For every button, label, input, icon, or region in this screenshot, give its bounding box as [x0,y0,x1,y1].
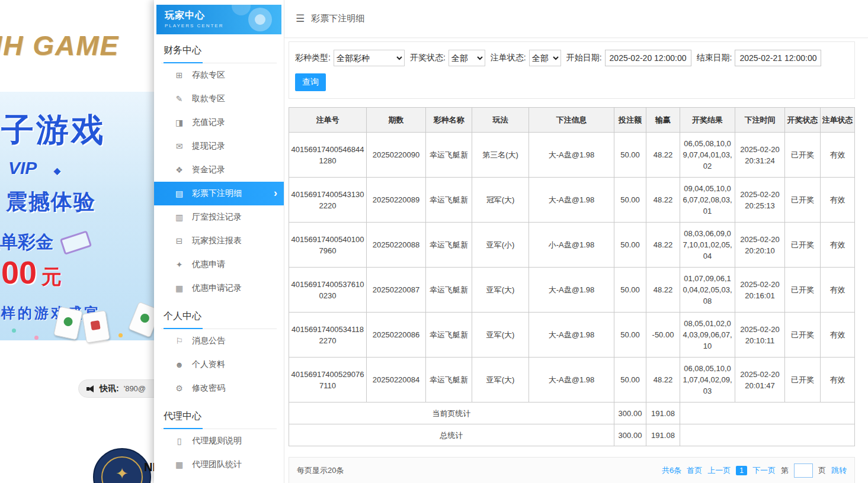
promo-text-line4: 注单彩金 [0,230,90,255]
table-header-row: 注单号期数彩种名称玩法下注信息投注额输赢开奖结果下注时间开奖状态注单状态 [289,108,855,133]
table-row: 40156917400537610023020250220087幸运飞艇新亚军(… [289,268,855,313]
page-summary-row: 当前页统计 300.00 191.08 [289,402,855,424]
gamepad-icon [248,8,272,31]
lottery-type-select[interactable]: 全部彩种 [334,50,405,66]
end-date-input[interactable] [735,50,821,66]
cell-draw-result: 01,07,09,06,10,04,02,05,03,08 [680,268,735,313]
agent-rules-icon: ▯ [174,436,184,446]
page-summary-bet-total: 300.00 [614,402,646,424]
cell-lottery-name: 幸运飞艇新 [426,268,472,313]
withdrawal-records-icon: ✉ [174,141,184,151]
hamburger-menu-icon[interactable]: ☰ [296,12,305,25]
cell-draw-status: 已开奖 [785,268,821,313]
cell-draw-result: 08,05,01,02,04,03,09,06,07,10 [680,313,735,358]
cell-bet-info: 大-A盘@1.98 [529,268,614,313]
cell-bet-amount: 50.00 [614,223,646,268]
sidebar-item-label: 玩家投注报表 [192,236,242,246]
chevron-right-icon: › [274,187,277,199]
table-column-header: 投注额 [614,108,646,133]
current-page-badge[interactable]: 1 [736,466,747,475]
cell-period: 20250220084 [367,358,426,402]
sidebar-section-title: 代理中心 [161,406,277,429]
draw-status-select[interactable]: 全部 [449,50,485,66]
cell-win-loss: 48.22 [646,178,680,223]
sidebar-item-profile[interactable]: ☻个人资料 [154,353,284,376]
table-column-header: 下注时间 [735,108,785,133]
cell-bet-time: 2025-02-20 20:31:24 [735,133,785,178]
jump-page-input[interactable] [794,463,813,478]
jump-prefix-label: 第 [781,465,789,476]
cell-period: 20250220088 [367,223,426,268]
sidebar-section-title: 个人中心 [161,306,277,329]
cell-play: 亚军(大) [472,313,529,358]
promo-text-line3: 震撼体验 [6,188,96,217]
sidebar-item-funds-records[interactable]: ❖资金记录 [154,158,284,182]
sidebar-item-messages[interactable]: ⚐消息公告 [154,329,284,353]
mahjong-tile-decoration [82,310,110,343]
sidebar-item-recharge-records[interactable]: ◨充值记录 [154,111,284,134]
mahjong-tile-decoration [53,306,83,340]
sidebar-item-label: 优惠申请 [192,259,225,270]
next-page-link[interactable]: 下一页 [752,465,776,476]
sidebar-nav: 财务中心⊞存款专区✎取款专区◨充值记录✉提现记录❖资金记录▤彩票下注明细›▥厅室… [154,40,284,476]
cell-order-no: 401569174005341182270 [289,313,367,358]
sidebar-item-lottery-bet-details[interactable]: ▤彩票下注明细› [154,182,284,205]
cell-order-no: 401569174005290767110 [289,358,367,402]
sidebar-item-label: 代理团队统计 [192,459,242,470]
promo-amount: 00 [1,255,37,290]
total-summary-bet-total: 300.00 [614,424,646,446]
sidebar-item-withdraw[interactable]: ✎取款专区 [154,87,284,111]
page-summary-winloss-total: 191.08 [646,402,680,424]
cell-order-no: 401569174005431302220 [289,178,367,223]
lottery-type-label: 彩种类型: [295,53,331,63]
cell-period: 20250220087 [367,268,426,313]
cell-bet-amount: 50.00 [614,358,646,402]
cell-bet-time: 2025-02-20 20:01:47 [735,358,785,402]
sidebar-item-player-bet-report[interactable]: ⊟玩家投注报表 [154,229,284,253]
sidebar-item-label: 存款专区 [192,70,225,80]
sidebar-item-label: 修改密码 [192,383,225,394]
sidebar-item-agent-rules[interactable]: ▯代理规则说明 [154,429,284,453]
sidebar-item-label: 资金记录 [192,165,225,175]
sidebar-item-label: 个人资料 [192,359,225,370]
topbar: ☰ 彩票下注明细 [284,0,868,38]
sidebar-item-hall-bet-records[interactable]: ▥厅室投注记录 [154,205,284,229]
filter-row: 彩种类型: 全部彩种 开奖状态: 全部 注单状态: 全部 开始日期: 结束日期: [295,50,848,66]
sidebar-item-promo-apply[interactable]: ✦优惠申请 [154,253,284,276]
total-summary-winloss-total: 191.08 [646,424,680,446]
sidebar-item-label: 消息公告 [192,336,225,346]
table-summary: 当前页统计 300.00 191.08 总统计 300.00 191.08 [289,402,855,446]
prev-page-link[interactable]: 上一页 [707,465,731,476]
cell-draw-status: 已开奖 [785,358,821,402]
table-column-header: 开奖状态 [785,108,821,133]
cell-lottery-name: 幸运飞艇新 [426,358,472,402]
cell-bet-info: 大-A盘@1.98 [529,358,614,402]
cell-bet-info: 大-A盘@1.98 [529,133,614,178]
sidebar-item-deposit[interactable]: ⊞存款专区 [154,63,284,87]
cell-bet-amount: 50.00 [614,268,646,313]
sidebar-item-promo-apply-records[interactable]: ▦优惠申请记录 [154,276,284,300]
table-column-header: 期数 [367,108,426,133]
table-row: 40156917400546844128020250220090幸运飞艇新第三名… [289,133,855,178]
search-button[interactable]: 查询 [295,73,326,91]
sidebar-item-change-password[interactable]: ⚙修改密码 [154,376,284,400]
jump-button[interactable]: 跳转 [831,465,847,476]
cell-lottery-name: 幸运飞艇新 [426,133,472,178]
sidebar-item-label: 提现记录 [192,141,225,152]
cell-bet-amount: 50.00 [614,313,646,358]
start-date-input[interactable] [605,50,691,66]
cell-play: 亚军(大) [472,268,529,313]
content: 彩种类型: 全部彩种 开奖状态: 全部 注单状态: 全部 开始日期: 结束日期: [284,38,868,483]
cell-period: 20250220089 [367,178,426,223]
sidebar-item-withdrawal-records[interactable]: ✉提现记录 [154,134,284,158]
order-status-select[interactable]: 全部 [529,50,561,66]
sidebar-item-agent-team-stats[interactable]: ▦代理团队统计 [154,453,284,476]
page-summary-label: 当前页统计 [289,402,614,424]
cell-win-loss: 48.22 [646,268,680,313]
cell-order-status: 有效 [821,313,855,358]
sidebar-item-label: 代理规则说明 [192,436,242,446]
cell-lottery-name: 幸运飞艇新 [426,178,472,223]
first-page-link[interactable]: 首页 [687,465,702,476]
player-center-panel: 玩家中心 PLAYERS CENTER 财务中心⊞存款专区✎取款专区◨充值记录✉… [154,0,868,483]
promo-text-line2: VIP◆ [8,158,61,178]
